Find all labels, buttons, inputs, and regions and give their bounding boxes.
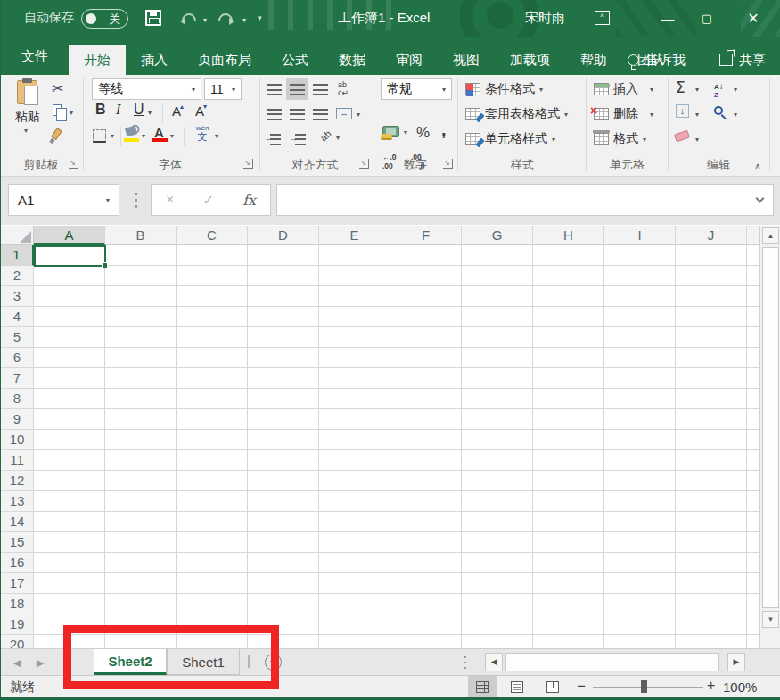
clipboard-dialog-launcher[interactable]: ↘ bbox=[69, 159, 78, 169]
clear-dropdown-icon[interactable]: ▾ bbox=[695, 136, 699, 144]
undo-icon[interactable] bbox=[181, 12, 194, 24]
fill-color-dropdown-icon[interactable]: ▾ bbox=[142, 132, 145, 140]
orientation-button[interactable]: ab bbox=[318, 128, 333, 143]
row-header-3[interactable]: 3 bbox=[1, 286, 34, 307]
insert-cells-button[interactable]: 插入 ▾ bbox=[594, 79, 653, 99]
wrap-text-button[interactable]: ab c↵ bbox=[338, 81, 356, 97]
view-page-break-button[interactable] bbox=[538, 676, 567, 698]
autosum-dropdown-icon[interactable]: ▾ bbox=[695, 86, 699, 94]
find-icon[interactable] bbox=[714, 106, 723, 115]
number-format-select[interactable]: 常规 ▾ bbox=[381, 78, 452, 100]
paste-icon[interactable] bbox=[17, 80, 37, 104]
save-icon[interactable] bbox=[145, 10, 161, 26]
copy-dropdown-icon[interactable]: ▾ bbox=[70, 109, 73, 117]
formula-bar-splitter[interactable] bbox=[135, 191, 138, 209]
column-header-D[interactable]: D bbox=[248, 226, 319, 245]
sheet-nav-right-icon[interactable]: ▶ bbox=[37, 657, 44, 669]
number-dialog-launcher[interactable]: ↘ bbox=[443, 159, 453, 169]
tab-help[interactable]: 帮助 bbox=[565, 45, 622, 75]
name-box[interactable]: A1 ▾ bbox=[8, 184, 119, 216]
tab-page-layout[interactable]: 页面布局 bbox=[183, 45, 267, 75]
vertical-scrollbar[interactable]: ▲ ▼ bbox=[759, 226, 780, 648]
zoom-slider-handle[interactable] bbox=[641, 680, 647, 693]
font-name-select[interactable]: 等线 ▾ bbox=[92, 78, 201, 100]
minimize-button[interactable]: — bbox=[648, 0, 687, 37]
column-header-J[interactable]: J bbox=[676, 226, 747, 245]
cell-styles-button[interactable]: 单元格样式 ▾ bbox=[465, 129, 555, 149]
row-header-15[interactable]: 15 bbox=[1, 532, 34, 553]
clear-icon[interactable] bbox=[674, 130, 690, 143]
scroll-right-button[interactable]: ▶ bbox=[727, 653, 745, 671]
accounting-format-icon[interactable] bbox=[382, 126, 399, 137]
zoom-in-button[interactable]: + bbox=[707, 678, 715, 694]
orientation-dropdown-icon[interactable]: ▾ bbox=[336, 134, 340, 142]
row-header-17[interactable]: 17 bbox=[1, 573, 34, 594]
sort-dropdown-icon[interactable]: ▾ bbox=[734, 86, 737, 94]
alignment-dialog-launcher[interactable]: ↘ bbox=[359, 159, 369, 169]
delete-cells-button[interactable]: 删除 ▾ bbox=[594, 104, 653, 124]
row-header-4[interactable]: 4 bbox=[1, 307, 34, 327]
row-header-12[interactable]: 12 bbox=[1, 471, 34, 491]
fill-button[interactable]: ↓ bbox=[676, 104, 689, 118]
column-header-F[interactable]: F bbox=[390, 226, 462, 245]
fill-handle[interactable] bbox=[102, 262, 108, 268]
row-header-13[interactable]: 13 bbox=[1, 491, 34, 512]
tab-formulas[interactable]: 公式 bbox=[267, 45, 324, 75]
zoom-level[interactable]: 100% bbox=[723, 679, 757, 695]
conditional-formatting-button[interactable]: 条件格式 ▾ bbox=[465, 79, 543, 99]
borders-dropdown-icon[interactable]: ▾ bbox=[111, 132, 114, 140]
format-painter-icon[interactable] bbox=[51, 128, 62, 140]
column-header-A[interactable]: A bbox=[34, 226, 105, 245]
align-middle-button[interactable] bbox=[290, 84, 305, 95]
row-header-7[interactable]: 7 bbox=[1, 368, 34, 389]
column-header-H[interactable]: H bbox=[533, 226, 604, 245]
phonetic-dropdown-icon[interactable]: ▾ bbox=[215, 132, 218, 140]
tab-data[interactable]: 数据 bbox=[324, 45, 381, 75]
decrease-font-button[interactable]: A▾ bbox=[195, 103, 207, 119]
align-left-button[interactable] bbox=[267, 109, 282, 120]
row-header-8[interactable]: 8 bbox=[1, 389, 34, 409]
row-header-6[interactable]: 6 bbox=[1, 348, 34, 368]
merge-center-button[interactable]: ↔ bbox=[336, 108, 352, 119]
cancel-icon[interactable]: × bbox=[166, 192, 174, 208]
row-header-10[interactable]: 10 bbox=[1, 430, 34, 450]
collapse-ribbon-button[interactable]: ∧ bbox=[754, 161, 761, 172]
paste-dropdown-icon[interactable]: ▾ bbox=[24, 127, 28, 135]
paste-button[interactable]: 粘贴 bbox=[12, 109, 44, 125]
increase-font-button[interactable]: A▴ bbox=[172, 103, 184, 119]
enter-icon[interactable]: ✓ bbox=[202, 192, 214, 209]
row-header-1[interactable]: 1 bbox=[1, 245, 34, 266]
row-header-11[interactable]: 11 bbox=[1, 450, 34, 471]
tell-me-button[interactable]: 告诉我 bbox=[628, 45, 686, 75]
tab-insert[interactable]: 插入 bbox=[126, 45, 183, 75]
autosave-toggle[interactable]: 关 bbox=[81, 9, 128, 29]
vertical-scroll-thumb[interactable] bbox=[762, 247, 779, 608]
row-header-16[interactable]: 16 bbox=[1, 553, 34, 573]
font-dialog-launcher[interactable]: ↘ bbox=[243, 159, 253, 169]
column-header-G[interactable]: G bbox=[462, 226, 533, 245]
ribbon-display-options-icon[interactable]: ^ bbox=[595, 11, 610, 25]
cut-icon[interactable]: ✂ bbox=[52, 80, 63, 97]
bold-button[interactable]: B bbox=[95, 102, 106, 118]
tab-view[interactable]: 视图 bbox=[438, 45, 495, 75]
italic-button[interactable]: I bbox=[116, 102, 120, 118]
view-normal-button[interactable] bbox=[468, 676, 497, 698]
share-button[interactable]: 共享 bbox=[719, 45, 766, 75]
column-header-I[interactable]: I bbox=[604, 226, 676, 245]
formula-input[interactable] bbox=[276, 184, 774, 216]
maximize-button[interactable]: ▢ bbox=[687, 0, 727, 37]
font-color-dropdown-icon[interactable]: ▾ bbox=[170, 132, 174, 140]
row-header-2[interactable]: 2 bbox=[1, 266, 34, 286]
selected-cell-outline[interactable] bbox=[34, 245, 106, 267]
underline-dropdown-icon[interactable]: ▾ bbox=[148, 109, 152, 117]
column-header-E[interactable]: E bbox=[319, 226, 390, 245]
autosum-button[interactable]: Σ bbox=[676, 78, 686, 96]
scroll-down-button[interactable]: ▼ bbox=[762, 611, 779, 628]
tab-add-ins[interactable]: 加载项 bbox=[495, 45, 565, 75]
redo-icon[interactable] bbox=[220, 12, 234, 24]
row-header-5[interactable]: 5 bbox=[1, 327, 34, 348]
align-center-button[interactable] bbox=[290, 109, 305, 120]
row-header-9[interactable]: 9 bbox=[1, 409, 34, 430]
tab-review[interactable]: 审阅 bbox=[381, 45, 438, 75]
sheet-nav-left-icon[interactable]: ◀ bbox=[13, 657, 21, 669]
